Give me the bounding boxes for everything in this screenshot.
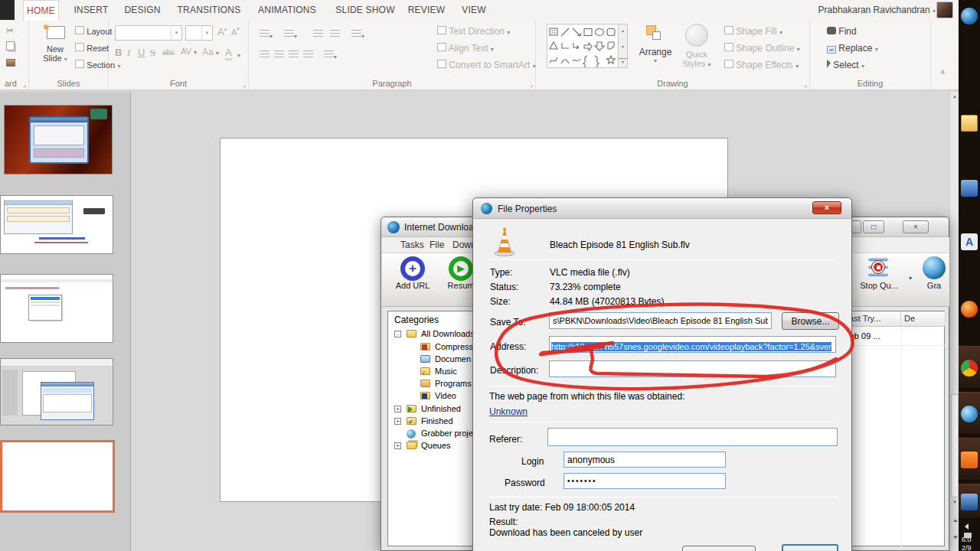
shape-effects-button[interactable]: Shape Effects ▾ bbox=[724, 60, 799, 70]
change-case-button[interactable]: Aa ▾ bbox=[202, 47, 219, 57]
columns-button[interactable]: ▾ bbox=[324, 48, 337, 62]
slide-thumbnail-1[interactable] bbox=[4, 105, 113, 174]
dropdown-icon[interactable]: ▾ bbox=[201, 26, 212, 40]
cancel-button[interactable] bbox=[682, 546, 756, 551]
taskbar-internet-button[interactable] bbox=[959, 392, 980, 435]
slide-thumbnail-3[interactable] bbox=[0, 274, 113, 343]
taskbar-folder-icon[interactable] bbox=[961, 115, 978, 132]
justify-button[interactable] bbox=[303, 48, 313, 62]
cut-icon[interactable]: ✂ bbox=[6, 25, 14, 36]
character-spacing-button[interactable]: AV ▾ bbox=[181, 47, 197, 56]
strikethrough-button[interactable]: abc bbox=[162, 48, 175, 57]
tab-home[interactable]: HOME bbox=[23, 0, 59, 21]
scrollbar-thumb[interactable] bbox=[951, 394, 959, 497]
expand-icon[interactable]: + bbox=[394, 406, 401, 412]
browse-button[interactable]: Browse... bbox=[782, 312, 839, 330]
increase-indent-button[interactable] bbox=[330, 28, 340, 41]
tray-expand-icon[interactable] bbox=[965, 523, 969, 530]
taskbar-chrome-button[interactable] bbox=[959, 346, 980, 389]
shape-fill-button[interactable]: Shape Fill ▾ bbox=[724, 26, 782, 37]
font-name-combo[interactable]: ▾ bbox=[115, 25, 182, 41]
collapse-ribbon-button[interactable]: ∧ bbox=[940, 68, 946, 76]
add-url-button[interactable]: + Add URL bbox=[391, 256, 434, 304]
taskbar-globe-icon[interactable] bbox=[961, 8, 978, 24]
bold-button[interactable]: B bbox=[115, 47, 122, 58]
tab-transitions[interactable]: TRANSITIONS bbox=[175, 0, 243, 21]
save-to-field[interactable] bbox=[549, 312, 772, 329]
tray-clock-time[interactable]: 6:0 bbox=[962, 536, 972, 543]
menu-file[interactable]: File bbox=[430, 240, 444, 250]
dropdown-icon[interactable]: ▾ bbox=[171, 26, 181, 40]
taskbar-app-icon[interactable] bbox=[961, 180, 978, 197]
slide-thumbnail-4[interactable] bbox=[0, 358, 113, 425]
column-description[interactable]: De bbox=[901, 311, 946, 327]
stop-queue-dropdown-icon[interactable]: ▾ bbox=[909, 275, 912, 282]
shapes-gallery[interactable] bbox=[547, 24, 619, 68]
align-center-button[interactable] bbox=[274, 48, 284, 62]
expand-icon[interactable]: + bbox=[394, 442, 401, 449]
webpage-unknown-link[interactable]: Unknown bbox=[489, 406, 528, 417]
italic-button[interactable]: I bbox=[127, 47, 130, 59]
idm-maximize-button[interactable]: □ bbox=[863, 220, 884, 233]
address-field[interactable]: http://r18---sn-h557snes.googlevideo.com… bbox=[549, 336, 836, 353]
align-left-button[interactable] bbox=[260, 48, 270, 62]
account-name[interactable]: Prabhakaran Ravichandran ▾ bbox=[818, 0, 936, 21]
quick-styles-button[interactable]: Quick Styles ▾ bbox=[677, 22, 717, 77]
replace-button[interactable]: ab Replace ▾ bbox=[827, 43, 878, 54]
convert-smartart-button[interactable]: Convert to SmartArt ▾ bbox=[437, 60, 536, 70]
taskbar-firefox-icon[interactable] bbox=[961, 301, 978, 318]
stop-queue-button[interactable]: Stop Qu... bbox=[854, 256, 904, 304]
slide-scrollbar[interactable]: ▴ ▾ ▴▴ ▾▾ bbox=[949, 92, 959, 551]
ok-button[interactable]: OK bbox=[782, 544, 838, 551]
collapse-icon[interactable]: - bbox=[394, 331, 401, 337]
align-right-button[interactable] bbox=[289, 48, 299, 62]
format-painter-icon[interactable] bbox=[6, 59, 15, 67]
font-color-button[interactable]: A bbox=[225, 47, 232, 60]
paragraph-launcher-icon[interactable]: ⌟ bbox=[530, 80, 533, 88]
grab-button[interactable]: Gra bbox=[918, 256, 950, 304]
font-color-dropdown[interactable]: ▾ bbox=[237, 48, 240, 60]
reset-button[interactable]: Reset bbox=[75, 43, 109, 54]
taskbar-monitor-app-button[interactable] bbox=[959, 484, 980, 519]
align-text-button[interactable]: Align Text ▾ bbox=[437, 43, 494, 54]
new-slide-button[interactable]: ✱ New Slide ▾ bbox=[40, 24, 70, 78]
arrange-button[interactable]: Arrange ▾ bbox=[637, 22, 674, 77]
shrink-font-button[interactable]: A▾ bbox=[231, 26, 240, 37]
password-field[interactable] bbox=[564, 473, 726, 489]
font-launcher-icon[interactable]: ⌟ bbox=[243, 80, 246, 88]
tab-review[interactable]: REVIEW bbox=[407, 0, 446, 21]
clipboard-launcher-icon[interactable]: ⌟ bbox=[23, 80, 26, 88]
referer-field[interactable] bbox=[547, 428, 838, 446]
find-button[interactable]: Find bbox=[827, 26, 857, 37]
select-button[interactable]: Select ▾ bbox=[827, 60, 864, 70]
numbering-button[interactable]: ▾ bbox=[284, 28, 297, 41]
shapes-scroll[interactable]: ▴ ▾ ▾ bbox=[619, 24, 628, 68]
decrease-indent-button[interactable] bbox=[313, 28, 323, 41]
description-field[interactable] bbox=[549, 360, 836, 377]
drawing-launcher-icon[interactable]: ⌟ bbox=[804, 80, 807, 88]
dialog-close-button[interactable]: × bbox=[812, 201, 841, 214]
menu-tasks[interactable]: Tasks bbox=[400, 240, 424, 250]
shape-outline-button[interactable]: Shape Outline ▾ bbox=[724, 43, 800, 54]
tab-animations[interactable]: ANIMATIONS bbox=[253, 0, 321, 21]
tray-clock-date[interactable]: 2/9 bbox=[962, 544, 972, 551]
line-spacing-button[interactable]: ▾ bbox=[351, 28, 364, 41]
tab-insert[interactable]: INSERT bbox=[72, 0, 110, 21]
grow-font-button[interactable]: A▴ bbox=[217, 26, 227, 37]
taskbar-orange-app-button[interactable] bbox=[959, 438, 980, 481]
text-direction-button[interactable]: Text Direction ▾ bbox=[437, 26, 510, 37]
bullets-button[interactable]: ▾ bbox=[260, 28, 273, 41]
tab-view[interactable]: VIEW bbox=[458, 0, 490, 21]
expand-icon[interactable]: + bbox=[394, 418, 401, 425]
taskbar-a-logo-icon[interactable]: A bbox=[961, 233, 978, 250]
idm-close-button[interactable]: × bbox=[903, 220, 929, 233]
dialog-titlebar[interactable]: File Properties × bbox=[473, 198, 851, 219]
slide-thumbnail-2[interactable] bbox=[0, 195, 113, 254]
login-field[interactable] bbox=[564, 452, 726, 468]
tab-design[interactable]: DESIGN bbox=[122, 0, 162, 21]
avatar[interactable] bbox=[936, 2, 953, 18]
slide-thumbnail-5-selected[interactable] bbox=[0, 440, 115, 513]
copy-icon[interactable] bbox=[6, 41, 15, 51]
text-shadow-button[interactable]: S bbox=[150, 47, 155, 59]
underline-button[interactable]: U bbox=[138, 47, 145, 58]
